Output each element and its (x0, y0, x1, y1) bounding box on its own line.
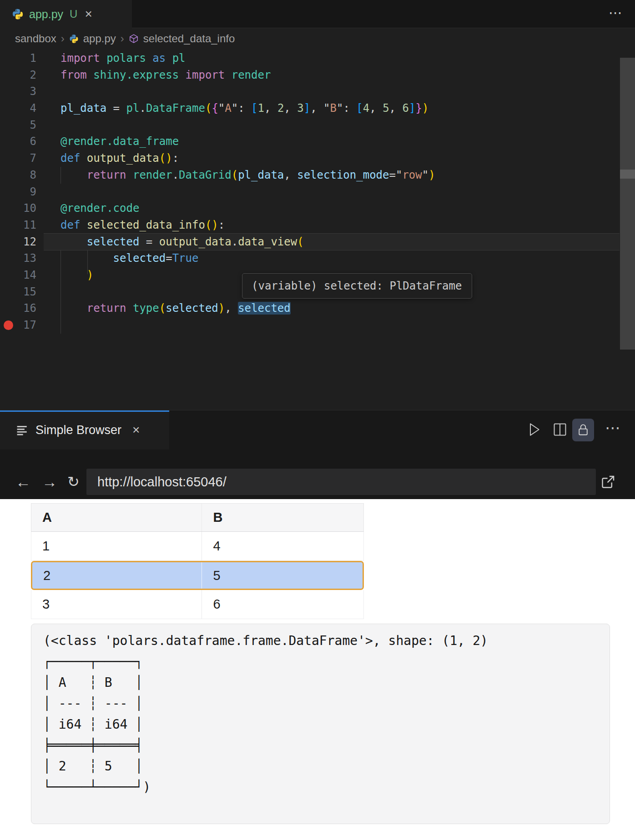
scrollbar[interactable] (620, 58, 635, 350)
close-icon[interactable]: × (132, 424, 140, 436)
code-text: import polars as pl (60, 50, 186, 67)
more-actions-icon[interactable]: ⋯ (605, 419, 620, 437)
code-line[interactable]: 5 (0, 117, 635, 134)
table-row-selected[interactable]: 2 5 (31, 561, 364, 590)
code-line[interactable]: 6@render.data_frame (0, 133, 635, 150)
code-output-card: (<class 'polars.dataframe.frame.DataFram… (31, 624, 610, 824)
active-tab-accent (0, 410, 169, 412)
code-text: from shiny.express import render (60, 67, 271, 84)
code-text: return type(selected), selected (60, 300, 291, 317)
more-actions-icon[interactable]: ⋯ (609, 5, 622, 20)
code-text: ) (60, 267, 93, 284)
tab-app-py[interactable]: app.py U × (0, 0, 132, 28)
line-number: 16 (0, 300, 36, 317)
code-text: def selected_data_info(): (60, 217, 225, 234)
code-line[interactable]: 17 (0, 317, 635, 334)
column-header-b[interactable]: B (202, 504, 363, 531)
line-number: 13 (0, 250, 36, 267)
open-external-icon[interactable] (600, 474, 616, 490)
line-number: 4 (0, 100, 36, 117)
code-line[interactable]: 4pl_data = pl.DataFrame({"A": [1, 2, 3],… (0, 100, 635, 117)
play-icon[interactable] (527, 421, 541, 438)
table-cell: 5 (202, 562, 363, 589)
split-editor-icon[interactable] (552, 421, 568, 438)
code-text: return render.DataGrid(pl_data, selectio… (60, 167, 435, 184)
code-line[interactable]: 3 (0, 83, 635, 100)
line-number: 1 (0, 50, 36, 67)
line-number: 11 (0, 217, 36, 234)
line-number: 6 (0, 133, 36, 150)
url-input[interactable] (86, 469, 596, 495)
panel-title: Simple Browser (35, 423, 121, 437)
code-output-text: (<class 'polars.dataframe.frame.DataFram… (31, 624, 610, 798)
table-cell: 3 (31, 590, 202, 619)
code-line[interactable]: 11def selected_data_info(): (0, 217, 635, 234)
table-cell: 2 (32, 562, 202, 589)
table-cell: 1 (31, 532, 202, 560)
code-line[interactable]: 16 return type(selected), selected (0, 300, 635, 317)
hover-tooltip: (variable) selected: PlDataFrame (242, 273, 472, 299)
chevron-right-icon: › (121, 32, 124, 45)
line-number: 7 (0, 150, 36, 167)
indent-guide (60, 250, 61, 334)
code-text: @render.code (60, 200, 139, 217)
code-line[interactable]: 8 return render.DataGrid(pl_data, select… (0, 167, 635, 184)
tab-label: app.py (29, 8, 63, 21)
table-cell: 4 (202, 532, 363, 560)
lock-toggle-button[interactable] (572, 419, 594, 441)
indent-guide (60, 167, 61, 184)
editor-tab-bar: app.py U × ⋯ (0, 0, 635, 28)
code-line[interactable]: 13 selected=True (0, 250, 635, 267)
line-number: 14 (0, 267, 36, 284)
breadcrumb-item-file[interactable]: app.py (83, 32, 116, 45)
code-text: @render.data_frame (60, 133, 179, 150)
list-icon (16, 424, 28, 436)
chevron-right-icon: › (61, 32, 65, 45)
line-number: 10 (0, 200, 36, 217)
code-editor[interactable]: 1import polars as pl2from shiny.express … (0, 49, 635, 410)
tab-simple-browser[interactable]: Simple Browser × (0, 410, 169, 450)
code-line[interactable]: 2from shiny.express import render (0, 67, 635, 84)
code-line[interactable]: 7def output_data(): (0, 150, 635, 167)
python-icon (69, 34, 79, 44)
column-header-a[interactable]: A (31, 504, 202, 531)
table-row[interactable]: 1 4 (31, 532, 364, 561)
line-number: 8 (0, 167, 36, 184)
lock-icon (577, 422, 590, 438)
back-icon[interactable]: ← (15, 473, 31, 491)
line-number: 2 (0, 67, 36, 84)
breadcrumb: sandbox › app.py › selected_data_info (0, 28, 635, 49)
indent-guide (87, 250, 88, 274)
line-number: 5 (0, 117, 36, 134)
close-icon[interactable]: × (85, 8, 92, 20)
data-grid: A B 1 4 2 5 3 6 (31, 503, 364, 619)
line-number: 3 (0, 83, 36, 100)
scrollbar-slider[interactable] (620, 170, 635, 179)
code-text: selected = output_data.data_view( (60, 234, 304, 250)
code-line[interactable]: 1import polars as pl (0, 50, 635, 67)
breadcrumb-item-sandbox[interactable]: sandbox (15, 32, 56, 45)
code-line[interactable]: 12 selected = output_data.data_view( (0, 234, 635, 250)
code-line[interactable]: 9 (0, 184, 635, 200)
table-header-row: A B (31, 503, 364, 532)
simple-browser-panel: Simple Browser × ⋯ ← → ↻ (0, 410, 635, 499)
python-icon (12, 8, 24, 20)
code-text: pl_data = pl.DataFrame({"A": [1, 2, 3], … (60, 100, 428, 117)
code-text: def output_data(): (60, 150, 179, 167)
line-number: 9 (0, 184, 36, 200)
breakpoint-dot[interactable] (4, 320, 13, 330)
table-cell: 6 (202, 590, 363, 619)
line-number: 15 (0, 284, 36, 300)
symbol-cube-icon (129, 34, 139, 44)
browser-page: A B 1 4 2 5 3 6 (<class 'polars.datafram… (0, 499, 635, 840)
breadcrumb-item-symbol[interactable]: selected_data_info (143, 32, 235, 45)
line-number: 12 (0, 234, 36, 250)
forward-icon[interactable]: → (42, 473, 57, 491)
tab-dirty-badge: U (70, 8, 77, 20)
reload-icon[interactable]: ↻ (67, 473, 80, 490)
table-row[interactable]: 3 6 (31, 590, 364, 619)
code-line[interactable]: 10@render.code (0, 200, 635, 217)
code-text: selected=True (60, 250, 198, 267)
